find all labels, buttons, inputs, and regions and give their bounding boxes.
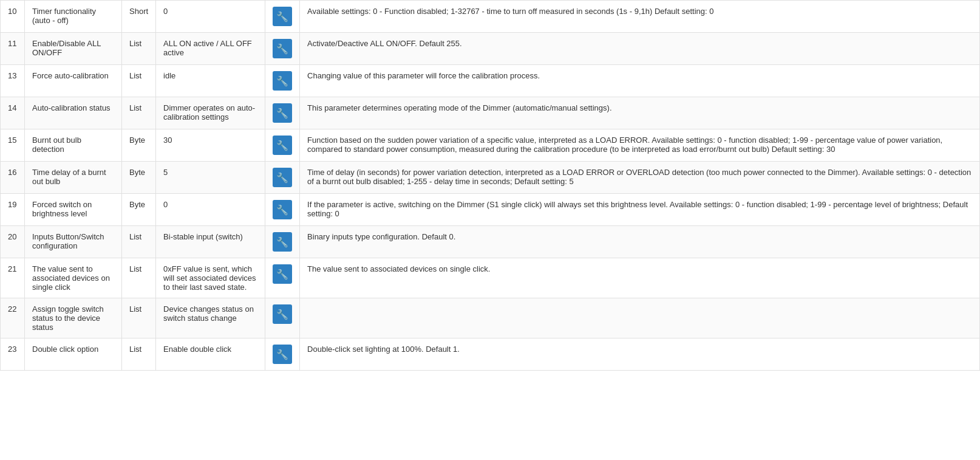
row-action[interactable]: 🔧	[265, 258, 300, 298]
wrench-icon: 🔧	[276, 43, 288, 55]
configure-button[interactable]: 🔧	[273, 71, 292, 91]
wrench-icon: 🔧	[276, 140, 288, 151]
row-name: Assign toggle switch status to the devic…	[25, 298, 122, 338]
wrench-icon: 🔧	[276, 269, 288, 280]
row-number: 16	[1, 162, 25, 194]
wrench-icon: 🔧	[276, 11, 288, 22]
row-description: Function based on the sudden power varia…	[300, 129, 980, 162]
row-description: If the parameter is active, switching on…	[300, 194, 980, 226]
row-value: 30	[156, 129, 265, 162]
row-value: ALL ON active / ALL OFF active	[156, 33, 265, 65]
row-description: Available settings: 0 - Function disable…	[300, 1, 980, 33]
configure-button[interactable]: 🔧	[273, 304, 292, 324]
row-value: 5	[156, 162, 265, 194]
row-type: List	[122, 65, 156, 97]
row-name: Enable/Disable ALL ON/OFF	[25, 33, 122, 65]
row-number: 22	[1, 298, 25, 338]
row-number: 15	[1, 129, 25, 162]
row-description: Double-click set lighting at 100%. Defau…	[300, 338, 980, 371]
wrench-icon: 🔧	[276, 204, 288, 216]
row-value: Dimmer operates on auto-calibration sett…	[156, 97, 265, 129]
row-name: Burnt out bulb detection	[25, 129, 122, 162]
row-value: idle	[156, 65, 265, 97]
row-value: 0	[156, 1, 265, 33]
row-number: 14	[1, 97, 25, 129]
row-number: 13	[1, 65, 25, 97]
configure-button[interactable]: 🔧	[273, 264, 292, 284]
row-name: Force auto-calibration	[25, 65, 122, 97]
row-type: List	[122, 226, 156, 258]
table-row: 11 Enable/Disable ALL ON/OFF List ALL ON…	[1, 33, 980, 65]
row-type: Byte	[122, 194, 156, 226]
parameters-table: 10 Timer functionality (auto - off) Shor…	[0, 0, 980, 371]
row-type: Byte	[122, 129, 156, 162]
row-type: List	[122, 33, 156, 65]
configure-button[interactable]: 🔧	[273, 39, 292, 58]
row-value: 0	[156, 194, 265, 226]
row-type: Byte	[122, 162, 156, 194]
table-row: 10 Timer functionality (auto - off) Shor…	[1, 1, 980, 33]
row-value: Enable double click	[156, 338, 265, 371]
wrench-icon: 🔧	[276, 108, 288, 119]
row-name: Auto-calibration status	[25, 97, 122, 129]
row-name: Double click option	[25, 338, 122, 371]
configure-button[interactable]: 🔧	[273, 345, 292, 364]
configure-button[interactable]: 🔧	[273, 232, 292, 252]
row-description: Binary inputs type configuration. Defaul…	[300, 226, 980, 258]
row-description: The value sent to associated devices on …	[300, 258, 980, 298]
row-value: 0xFF value is sent, which will set assoc…	[156, 258, 265, 298]
table-row: 21 The value sent to associated devices …	[1, 258, 980, 298]
row-value: Bi-stable input (switch)	[156, 226, 265, 258]
row-action[interactable]: 🔧	[265, 1, 300, 33]
row-action[interactable]: 🔧	[265, 226, 300, 258]
configure-button[interactable]: 🔧	[273, 103, 292, 123]
row-action[interactable]: 🔧	[265, 194, 300, 226]
row-number: 20	[1, 226, 25, 258]
table-row: 16 Time delay of a burnt out bulb Byte 5…	[1, 162, 980, 194]
row-description: Activate/Deactive ALL ON/OFF. Default 25…	[300, 33, 980, 65]
table-row: 13 Force auto-calibration List idle 🔧 Ch…	[1, 65, 980, 97]
row-value: Device changes status on switch status c…	[156, 298, 265, 338]
row-action[interactable]: 🔧	[265, 33, 300, 65]
row-number: 23	[1, 338, 25, 371]
table-row: 15 Burnt out bulb detection Byte 30 🔧 Fu…	[1, 129, 980, 162]
configure-button[interactable]: 🔧	[273, 200, 292, 219]
row-type: Short	[122, 1, 156, 33]
table-row: 22 Assign toggle switch status to the de…	[1, 298, 980, 338]
row-type: List	[122, 298, 156, 338]
row-type: List	[122, 338, 156, 371]
row-number: 11	[1, 33, 25, 65]
row-type: List	[122, 258, 156, 298]
row-type: List	[122, 97, 156, 129]
row-number: 21	[1, 258, 25, 298]
row-action[interactable]: 🔧	[265, 65, 300, 97]
row-action[interactable]: 🔧	[265, 338, 300, 371]
row-number: 10	[1, 1, 25, 33]
row-action[interactable]: 🔧	[265, 129, 300, 162]
configure-button[interactable]: 🔧	[273, 136, 292, 155]
table-row: 23 Double click option List Enable doubl…	[1, 338, 980, 371]
wrench-icon: 🔧	[276, 172, 288, 184]
row-name: Inputs Button/Switch configuration	[25, 226, 122, 258]
row-description: Time of delay (in seconds) for power var…	[300, 162, 980, 194]
table-row: 19 Forced switch on brightness level Byt…	[1, 194, 980, 226]
wrench-icon: 🔧	[276, 236, 288, 248]
row-name: The value sent to associated devices on …	[25, 258, 122, 298]
row-action[interactable]: 🔧	[265, 298, 300, 338]
wrench-icon: 🔧	[276, 349, 288, 360]
table-row: 20 Inputs Button/Switch configuration Li…	[1, 226, 980, 258]
row-action[interactable]: 🔧	[265, 97, 300, 129]
row-description: This parameter determines operating mode…	[300, 97, 980, 129]
row-name: Time delay of a burnt out bulb	[25, 162, 122, 194]
wrench-icon: 🔧	[276, 75, 288, 87]
row-name: Timer functionality (auto - off)	[25, 1, 122, 33]
row-description: Changing value of this parameter will fo…	[300, 65, 980, 97]
row-action[interactable]: 🔧	[265, 162, 300, 194]
wrench-icon: 🔧	[276, 309, 288, 320]
row-number: 19	[1, 194, 25, 226]
row-name: Forced switch on brightness level	[25, 194, 122, 226]
table-row: 14 Auto-calibration status List Dimmer o…	[1, 97, 980, 129]
configure-button[interactable]: 🔧	[273, 7, 292, 26]
row-description	[300, 298, 980, 338]
configure-button[interactable]: 🔧	[273, 168, 292, 187]
